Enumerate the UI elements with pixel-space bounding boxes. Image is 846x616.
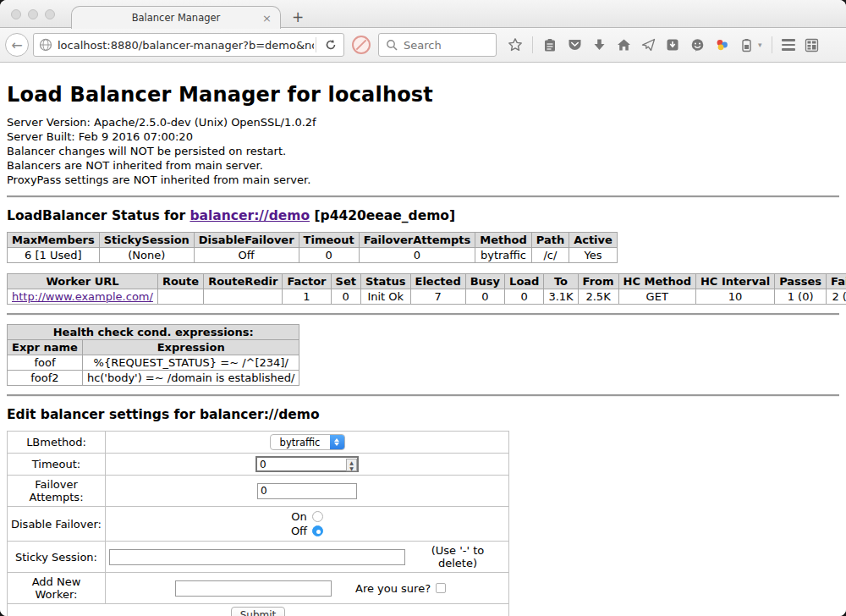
navigation-toolbar: ← localhost:8880/balancer-manager?b=demo… bbox=[0, 28, 846, 63]
col-factor: Factor bbox=[283, 274, 331, 289]
download-icon[interactable] bbox=[591, 37, 607, 52]
table-title-row: Health check cond. expressions: bbox=[8, 325, 299, 340]
panel-download-icon[interactable] bbox=[665, 37, 680, 52]
worker-table: Worker URL Route RouteRedir Factor Set S… bbox=[7, 273, 846, 305]
browser-tab[interactable]: Balancer Manager × bbox=[71, 6, 281, 29]
forum-icon[interactable] bbox=[689, 37, 705, 52]
cell-to: 3.1K bbox=[544, 289, 578, 305]
col-routeredir: RouteRedir bbox=[204, 274, 283, 289]
cell-elected: 7 bbox=[410, 289, 465, 305]
sticky-session-note: (Use '-' to delete) bbox=[410, 544, 505, 569]
col-to: To bbox=[544, 274, 578, 289]
pocket-icon[interactable] bbox=[567, 37, 582, 52]
balancer-link[interactable]: balancer://demo bbox=[190, 208, 310, 223]
sticky-session-input[interactable] bbox=[109, 549, 405, 565]
search-input[interactable] bbox=[404, 39, 480, 52]
cell-factor: 1 bbox=[283, 289, 331, 305]
cell-failoverattempts: 0 bbox=[359, 248, 475, 263]
select-stepper-icon bbox=[330, 434, 344, 450]
cell-hc-method: GET bbox=[618, 289, 695, 305]
window-minimize-button[interactable] bbox=[28, 9, 38, 19]
col-from: From bbox=[578, 274, 618, 289]
col-active: Active bbox=[569, 233, 618, 248]
balancer-settings-form: LBmethod: bytraffic Timeout: ▲▼ bbox=[7, 431, 509, 616]
reload-button[interactable] bbox=[318, 39, 343, 51]
form-row-timeout: Timeout: ▲▼ bbox=[8, 454, 509, 476]
col-status: Status bbox=[360, 274, 410, 289]
reading-list-icon[interactable] bbox=[542, 37, 558, 52]
note-balancers: Balancers are NOT inherited from main se… bbox=[7, 158, 839, 173]
new-tab-button[interactable]: + bbox=[292, 8, 304, 25]
timeout-label: Timeout: bbox=[8, 454, 106, 476]
failover-attempts-label: Failover Attempts: bbox=[8, 476, 106, 507]
col-worker-url: Worker URL bbox=[8, 274, 158, 289]
status-prefix: LoadBalancer Status for bbox=[7, 208, 190, 223]
title-bar: Balancer Manager × + bbox=[0, 0, 846, 28]
disable-failover-on-radio[interactable] bbox=[312, 511, 323, 522]
tab-close-icon[interactable]: × bbox=[262, 12, 272, 25]
disable-failover-off-radio[interactable] bbox=[312, 525, 323, 536]
col-expression: Expression bbox=[82, 340, 299, 355]
cell-fails: 2 (0) bbox=[827, 289, 846, 305]
battery-icon[interactable] bbox=[739, 37, 754, 52]
window-close-button[interactable] bbox=[11, 9, 21, 19]
col-elected: Elected bbox=[410, 274, 465, 289]
timeout-input[interactable] bbox=[255, 456, 359, 472]
home-icon[interactable] bbox=[616, 37, 631, 52]
cell-from: 2.5K bbox=[578, 289, 618, 305]
cell-hc-interval: 10 bbox=[695, 289, 774, 305]
col-busy: Busy bbox=[465, 274, 504, 289]
divider bbox=[7, 394, 839, 397]
window-zoom-button[interactable] bbox=[45, 9, 55, 19]
cell-expr-name: foof2 bbox=[8, 371, 83, 386]
on-label: On bbox=[291, 509, 306, 524]
health-table-title: Health check cond. expressions: bbox=[8, 325, 299, 340]
col-method: Method bbox=[475, 233, 531, 248]
url-input[interactable]: localhost:8880/balancer-manager?b=demo&n… bbox=[58, 39, 314, 52]
browser-window: Balancer Manager × + ← localhost:8880/ba… bbox=[0, 0, 846, 616]
col-expr-name: Expr name bbox=[8, 340, 83, 355]
sticky-session-label: Sticky Session: bbox=[8, 542, 106, 573]
edit-settings-heading: Edit balancer settings for balancer://de… bbox=[7, 407, 839, 422]
col-disablefailover: DisableFailover bbox=[194, 233, 299, 248]
server-info: Server Version: Apache/2.5.0-dev (Unix) … bbox=[7, 115, 839, 187]
col-hc-interval: HC Interval bbox=[695, 274, 774, 289]
col-stickysession: StickySession bbox=[99, 233, 194, 248]
lbmethod-select[interactable]: bytraffic bbox=[270, 434, 345, 450]
chevron-down-icon[interactable]: ▾ bbox=[758, 41, 762, 49]
table-row: http://www.example.com/ 1 0 Init Ok 7 0 … bbox=[8, 289, 846, 305]
table-row: 6 [1 Used] (None) Off 0 0 bytraffic /c/ … bbox=[8, 248, 618, 263]
back-button[interactable]: ← bbox=[5, 33, 29, 57]
server-version: Server Version: Apache/2.5.0-dev (Unix) … bbox=[7, 115, 839, 129]
search-icon bbox=[384, 37, 399, 52]
menu-icon[interactable] bbox=[782, 39, 795, 51]
balancer-status-heading: LoadBalancer Status for balancer://demo … bbox=[7, 208, 839, 223]
note-proxypass: ProxyPass settings are NOT inherited fro… bbox=[7, 173, 839, 187]
are-you-sure-checkbox[interactable] bbox=[436, 583, 446, 593]
failover-attempts-input[interactable] bbox=[257, 483, 357, 499]
cell-load: 0 bbox=[505, 289, 544, 305]
add-worker-label: Add New Worker: bbox=[8, 573, 106, 604]
send-icon[interactable] bbox=[640, 37, 656, 52]
block-icon[interactable] bbox=[352, 36, 371, 54]
lbmethod-selected-value: bytraffic bbox=[271, 437, 330, 448]
url-bar[interactable]: localhost:8880/balancer-manager?b=demo&n… bbox=[33, 33, 344, 57]
add-worker-input[interactable] bbox=[175, 580, 332, 597]
cell-expression: %{REQUEST_STATUS} =~ /^[234]/ bbox=[82, 355, 299, 371]
worker-url-link[interactable]: http://www.example.com/ bbox=[12, 290, 153, 303]
bookmark-star-icon[interactable] bbox=[508, 37, 523, 52]
col-path: Path bbox=[531, 233, 569, 248]
cell-passes: 1 (0) bbox=[775, 289, 827, 305]
submit-button[interactable]: Submit bbox=[231, 607, 286, 616]
number-spinner-icon[interactable]: ▲▼ bbox=[346, 459, 357, 471]
globe-icon bbox=[34, 38, 58, 52]
colors-icon[interactable] bbox=[714, 37, 729, 52]
toolbar-icons: ▾ bbox=[508, 36, 820, 53]
back-icon: ← bbox=[11, 37, 22, 53]
url-divider bbox=[316, 37, 316, 52]
search-bar[interactable] bbox=[378, 33, 497, 57]
table-header-row: MaxMembers StickySession DisableFailover… bbox=[8, 233, 618, 248]
tab-title: Balancer Manager bbox=[132, 12, 221, 24]
col-timeout: Timeout bbox=[299, 233, 359, 248]
tab-groups-icon[interactable] bbox=[805, 37, 820, 52]
